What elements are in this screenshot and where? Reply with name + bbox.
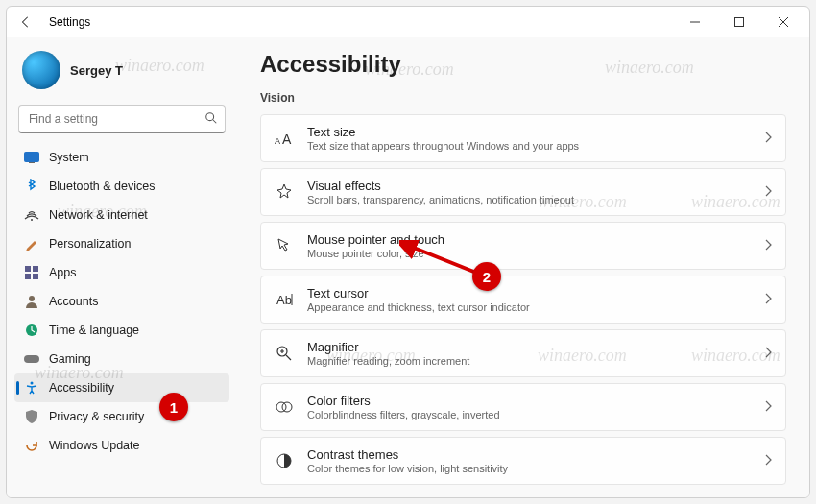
- back-button[interactable]: [11, 7, 41, 37]
- gaming-icon: [24, 351, 39, 367]
- svg-text:A: A: [275, 136, 280, 146]
- text-cursor-icon: Ab: [275, 290, 294, 309]
- card-text-size[interactable]: AA Text sizeText size that appears throu…: [260, 114, 786, 162]
- chevron-right-icon: [764, 237, 772, 254]
- contrast-icon: [275, 451, 294, 470]
- close-icon: [779, 17, 788, 27]
- maximize-button[interactable]: [717, 7, 761, 37]
- minimize-icon: [690, 17, 700, 27]
- color-filters-icon: [275, 397, 294, 417]
- svg-point-17: [276, 402, 286, 412]
- svg-rect-8: [33, 274, 38, 279]
- sidebar-item-update[interactable]: Windows Update: [14, 431, 229, 460]
- apps-icon: [24, 265, 39, 280]
- minimize-button[interactable]: [673, 7, 717, 37]
- network-icon: [24, 207, 39, 223]
- personalization-icon: [24, 236, 39, 252]
- svg-point-4: [31, 219, 33, 221]
- close-button[interactable]: [761, 7, 805, 37]
- svg-point-1: [206, 113, 214, 121]
- main-panel: Accessibility Vision AA Text sizeText si…: [233, 37, 809, 498]
- window-title: Settings: [49, 15, 90, 29]
- sidebar-item-bluetooth[interactable]: Bluetooth & devices: [14, 172, 229, 201]
- sidebar-item-gaming[interactable]: Gaming: [14, 345, 229, 373]
- sidebar-item-time[interactable]: Time & language: [14, 316, 229, 345]
- svg-point-12: [31, 382, 34, 385]
- svg-point-18: [282, 402, 292, 412]
- maximize-icon: [734, 17, 744, 27]
- accessibility-icon: [24, 380, 39, 396]
- sidebar-item-accessibility[interactable]: Accessibility: [14, 373, 229, 402]
- search-input[interactable]: [18, 105, 226, 133]
- magnifier-icon: [275, 344, 294, 363]
- svg-rect-5: [25, 266, 31, 272]
- chevron-right-icon: [764, 452, 772, 469]
- card-text-cursor[interactable]: Ab Text cursorAppearance and thickness, …: [260, 276, 786, 324]
- chevron-right-icon: [764, 398, 772, 416]
- svg-text:A: A: [282, 132, 292, 146]
- svg-point-9: [29, 296, 35, 301]
- chevron-right-icon: [764, 130, 772, 147]
- sidebar-item-system[interactable]: System: [14, 143, 229, 172]
- chevron-right-icon: [764, 183, 772, 201]
- card-contrast-themes[interactable]: Contrast themesColor themes for low visi…: [260, 437, 786, 485]
- chevron-right-icon: [764, 345, 772, 362]
- visual-effects-icon: [275, 182, 294, 202]
- svg-rect-7: [25, 274, 31, 279]
- sidebar: Sergey T System Bluetooth & devices Netw…: [7, 37, 233, 498]
- sidebar-item-accounts[interactable]: Accounts: [14, 287, 229, 316]
- accounts-icon: [24, 294, 39, 309]
- card-magnifier[interactable]: MagnifierMagnifier reading, zoom increme…: [260, 329, 786, 377]
- update-icon: [24, 438, 39, 453]
- section-header: Vision: [260, 91, 786, 105]
- text-size-icon: AA: [275, 129, 294, 148]
- chevron-right-icon: [764, 291, 772, 308]
- arrow-left-icon: [19, 15, 33, 29]
- privacy-icon: [24, 409, 39, 424]
- sidebar-item-personalization[interactable]: Personalization: [14, 229, 229, 258]
- svg-text:Ab: Ab: [276, 293, 292, 307]
- bluetooth-icon: [24, 179, 39, 194]
- profile[interactable]: Sergey T: [14, 45, 229, 95]
- sidebar-item-network[interactable]: Network & internet: [14, 201, 229, 229]
- svg-rect-2: [25, 153, 39, 162]
- card-color-filters[interactable]: Color filtersColorblindness filters, gra…: [260, 383, 786, 431]
- avatar: [22, 51, 60, 89]
- mouse-pointer-icon: [275, 236, 294, 255]
- page-title: Accessibility: [260, 51, 786, 78]
- sidebar-item-apps[interactable]: Apps: [14, 258, 229, 287]
- time-icon: [24, 323, 39, 338]
- svg-rect-11: [24, 355, 39, 363]
- system-icon: [24, 150, 39, 165]
- card-mouse-pointer[interactable]: Mouse pointer and touchMouse pointer col…: [260, 222, 786, 270]
- svg-rect-3: [29, 162, 35, 163]
- svg-rect-0: [735, 18, 744, 27]
- search-icon: [204, 111, 218, 129]
- card-visual-effects[interactable]: Visual effectsScroll bars, transparency,…: [260, 168, 786, 216]
- sidebar-item-privacy[interactable]: Privacy & security: [14, 402, 229, 431]
- username: Sergey T: [70, 63, 123, 78]
- titlebar: Settings: [7, 7, 809, 37]
- svg-rect-6: [33, 266, 38, 272]
